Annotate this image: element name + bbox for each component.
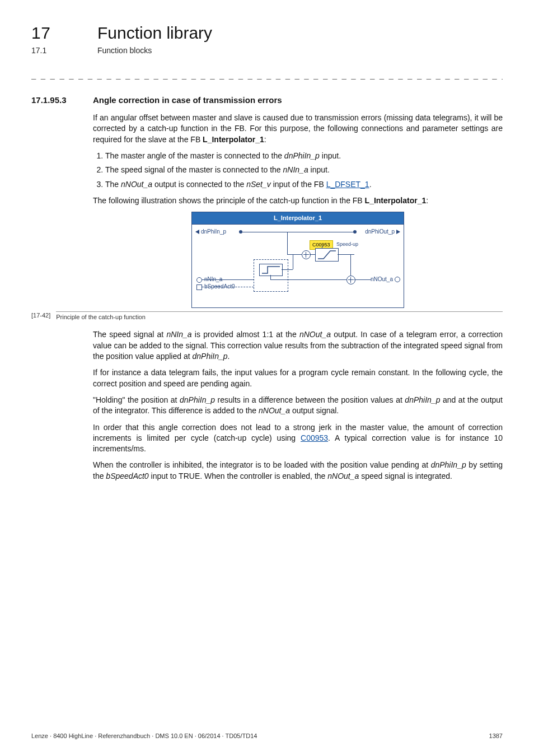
text: The speed signal at (93, 330, 166, 339)
signal-name: bSpeedAct0 (106, 472, 148, 480)
wire (287, 279, 346, 280)
list-item: The master angle of the master is connec… (105, 151, 503, 161)
intro-paragraph: If an angular offset between master and … (93, 113, 503, 145)
diagram-title: L_Interpolator_1 (192, 212, 404, 225)
list-item: The nNOut_a output is connected to the n… (105, 179, 503, 190)
signal-name: nNOut_a (259, 406, 290, 415)
text: . (228, 352, 230, 361)
text: "Holding" the position at (93, 395, 180, 404)
footer-left: Lenze · 8400 HighLine · Referenzhandbuch… (31, 732, 257, 739)
port-square-icon (196, 284, 202, 290)
paragraph: If for instance a data telegram fails, t… (93, 367, 503, 389)
wire (322, 246, 322, 248)
signal-name: dnPhiIn_p (405, 395, 440, 404)
wire-dashed (202, 287, 254, 287)
figure-caption: Principle of the catch-up function (56, 311, 503, 321)
text: The master angle of the master is connec… (105, 151, 284, 160)
signal-name: nNOut_a (121, 180, 152, 189)
fb-name: L_Interpolator_1 (365, 196, 427, 205)
chapter-number: 17 (31, 24, 82, 43)
signal-name: nSet_v (246, 180, 271, 189)
wire (202, 279, 254, 280)
arrow-left-icon (195, 230, 199, 234)
speedup-label: Speed-up (336, 241, 358, 248)
list-item: The speed signal of the master is connec… (105, 165, 503, 175)
signal-name: nNOut_a (327, 472, 359, 480)
wire (354, 279, 371, 280)
section-number: 17.1 (31, 46, 82, 55)
paragraph: In order that this angle correction does… (93, 422, 503, 455)
text: output is connected to the (152, 180, 246, 189)
text: is provided almost 1:1 at the (192, 330, 299, 339)
signal-name: dnPhiIn_p (284, 151, 320, 160)
text: input of the FB (271, 180, 326, 189)
wire (310, 254, 315, 255)
port-circle-icon (196, 277, 202, 283)
wire (270, 279, 287, 280)
integrator-block (259, 264, 283, 276)
limiter-block (315, 248, 339, 262)
signal-name: dnPhiIn_p (192, 352, 227, 361)
wire (338, 254, 354, 255)
text: results in a difference between the posi… (215, 395, 405, 404)
text: If an angular offset between master and … (93, 113, 503, 144)
text: The (105, 180, 121, 189)
paragraph: The speed signal at nNIn_a is provided a… (93, 329, 503, 362)
signal-name: nNIn_a (283, 165, 308, 174)
wire (350, 254, 351, 276)
adder-icon (346, 276, 355, 284)
pin-label: dnPhiOut_p (365, 228, 395, 236)
figure-ref: [17-42] (31, 311, 50, 321)
port-circle-icon (395, 277, 400, 282)
signal-name: dnPhiIn_p (431, 460, 466, 469)
steps-list: The master angle of the master is connec… (93, 151, 503, 190)
signal-name: dnPhiIn_p (180, 395, 215, 404)
text: input. (308, 165, 330, 174)
parameter-link[interactable]: C00953 (301, 433, 328, 442)
fb-link[interactable]: L_DFSET_1 (326, 180, 369, 189)
chapter-title: Function library (97, 24, 212, 43)
subsection-title: Angle correction in case of transmission… (93, 95, 282, 105)
text: When the controller is inhibited, the in… (93, 460, 431, 469)
text: output signal. (290, 406, 339, 415)
fb-name: L_Interpolator_1 (203, 135, 264, 144)
paragraph: "Holding" the position at dnPhiIn_p resu… (93, 395, 503, 417)
wire (282, 269, 293, 270)
wire (287, 254, 302, 255)
paragraph: When the controller is inhibited, the in… (93, 460, 503, 482)
text: : (426, 196, 428, 205)
signal-name: nNIn_a (166, 330, 191, 339)
arrow-right-icon (396, 230, 400, 234)
wire (293, 254, 293, 269)
node-dot-icon (353, 230, 357, 234)
text: speed signal is integrated. (359, 472, 452, 480)
block-diagram: L_Interpolator_1 dnPhiIn_p dnPhiOut_p (191, 212, 404, 308)
text: input. (320, 151, 341, 160)
page-number: 1387 (489, 732, 503, 739)
pin-label: dnPhiIn_p (201, 228, 226, 236)
wire (270, 275, 271, 279)
subsection-number: 17.1.95.3 (31, 95, 82, 105)
pin-label: nNOut_a (371, 276, 393, 283)
section-title: Function blocks (97, 46, 152, 55)
lead-paragraph: The following illustration shows the pri… (93, 195, 503, 206)
text: : (264, 135, 266, 144)
signal-name: nNOut_a (299, 330, 331, 339)
text: input to TRUE. When the controller is en… (149, 472, 328, 480)
wire (242, 232, 354, 232)
text: . (369, 180, 372, 189)
wire (287, 232, 288, 254)
text: The following illustration shows the pri… (93, 196, 365, 205)
adder-icon (302, 250, 311, 259)
divider-dashes: _ _ _ _ _ _ _ _ _ _ _ _ _ _ _ _ _ _ _ _ … (31, 72, 503, 81)
text: The speed signal of the master is connec… (105, 165, 283, 174)
